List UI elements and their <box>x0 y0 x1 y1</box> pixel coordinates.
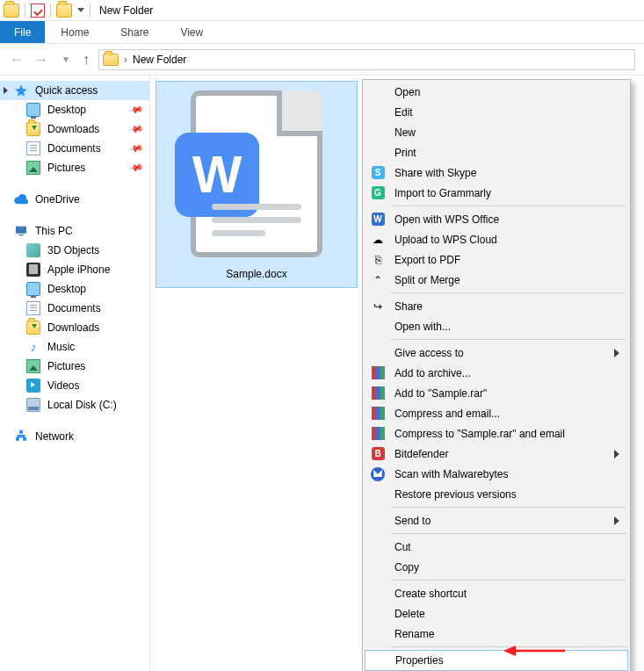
sidebar-3d-objects[interactable]: 3D Objects <box>0 241 149 260</box>
phone-icon <box>26 263 40 277</box>
bitdefender-icon: B <box>370 446 386 462</box>
tab-view[interactable]: View <box>164 21 219 43</box>
network-icon <box>14 429 28 444</box>
documents-icon <box>26 141 40 155</box>
ctx-delete[interactable]: Delete <box>365 603 628 624</box>
sidebar-iphone[interactable]: Apple iPhone <box>0 260 149 279</box>
submenu-arrow-icon <box>614 450 619 458</box>
submenu-arrow-icon <box>614 516 619 525</box>
ctx-export-pdf[interactable]: ⎘Export to PDF <box>365 249 628 270</box>
ctx-properties[interactable]: Properties <box>365 650 628 671</box>
chevron-right-icon[interactable]: › <box>124 54 127 66</box>
ctx-bitdefender[interactable]: BBitdefender <box>365 444 628 464</box>
pin-icon: 📌 <box>128 141 145 157</box>
ctx-create-shortcut[interactable]: Create shortcut <box>365 583 628 603</box>
tab-home[interactable]: Home <box>45 21 105 43</box>
sidebar-label: Downloads <box>47 123 99 135</box>
sidebar-label: Pictures <box>47 360 85 372</box>
sidebar-this-pc[interactable]: This PC <box>0 221 149 241</box>
sidebar-label: Desktop <box>47 283 86 295</box>
breadcrumb-location[interactable]: New Folder <box>133 54 186 66</box>
tab-share[interactable]: Share <box>105 21 164 43</box>
pc-icon <box>14 224 28 238</box>
sidebar-local-disk[interactable]: Local Disk (C:) <box>0 395 149 415</box>
title-bar: New Folder <box>0 0 644 21</box>
sidebar-onedrive[interactable]: OneDrive <box>0 190 149 209</box>
split-icon: ⌃ <box>370 272 386 288</box>
pin-icon: 📌 <box>128 102 145 119</box>
desktop-icon <box>26 282 40 296</box>
ctx-add-sample-rar[interactable]: Add to "Sample.rar" <box>365 383 628 403</box>
skype-icon: S <box>370 165 386 181</box>
sidebar-label: Documents <box>47 142 101 155</box>
grammarly-icon: G <box>370 185 386 201</box>
ctx-compress-sample-email[interactable]: Compress to "Sample.rar" and email <box>365 423 628 444</box>
sidebar-label: Videos <box>47 379 79 392</box>
documents-icon <box>26 301 40 315</box>
ctx-copy[interactable]: Copy <box>365 557 628 577</box>
music-icon: ♪ <box>26 340 40 354</box>
ctx-split-merge[interactable]: ⌃Split or Merge <box>365 270 628 290</box>
wps-icon: W <box>370 212 386 227</box>
address-bar[interactable]: › New Folder <box>98 49 635 70</box>
sidebar-label: Network <box>35 430 74 443</box>
ribbon: File Home Share View <box>0 21 644 44</box>
sidebar-label: Music <box>47 341 75 353</box>
pdf-icon: ⎘ <box>370 252 386 268</box>
sidebar-pictures[interactable]: Pictures 📌 <box>0 158 149 177</box>
back-button[interactable]: ← <box>9 52 25 68</box>
ctx-cut[interactable]: Cut <box>365 537 628 557</box>
ctx-wps-upload[interactable]: ☁Upload to WPS Cloud <box>365 229 628 249</box>
sidebar-label: Local Disk (C:) <box>47 399 117 411</box>
sidebar-label: OneDrive <box>35 193 80 206</box>
sidebar-network[interactable]: Network <box>0 427 149 446</box>
qat-properties-icon[interactable] <box>31 4 45 18</box>
ctx-compress-email[interactable]: Compress and email... <box>365 403 628 423</box>
forward-button[interactable]: → <box>33 52 49 68</box>
ctx-open[interactable]: Open <box>365 82 628 102</box>
qat-dropdown-icon[interactable] <box>77 8 84 12</box>
ctx-new[interactable]: New <box>365 122 628 142</box>
sidebar-documents-pc[interactable]: Documents <box>0 299 149 318</box>
sidebar-videos[interactable]: Videos <box>0 376 149 395</box>
pin-icon: 📌 <box>128 121 145 138</box>
navigation-bar: ← → ▼ ↑ › New Folder <box>0 44 644 76</box>
sidebar-desktop-pc[interactable]: Desktop <box>0 279 149 299</box>
folder-icon <box>4 4 19 18</box>
ctx-grammarly[interactable]: GImport to Grammarly <box>365 183 628 203</box>
videos-icon <box>26 379 40 393</box>
pictures-icon <box>26 359 40 373</box>
ctx-malwarebytes[interactable]: Scan with Malwarebytes <box>365 464 628 484</box>
sidebar-label: Desktop <box>47 104 86 116</box>
ctx-share[interactable]: ↪Share <box>365 296 628 316</box>
desktop-icon <box>26 103 40 117</box>
downloads-icon <box>26 321 40 335</box>
sidebar-label: Quick access <box>35 84 98 97</box>
disk-icon <box>26 398 40 412</box>
ctx-wps-open[interactable]: WOpen with WPS Office <box>365 209 628 229</box>
ctx-add-archive[interactable]: Add to archive... <box>365 363 628 383</box>
sidebar-label: Downloads <box>47 321 99 334</box>
file-item-sample[interactable]: W Sample.docx <box>156 81 358 288</box>
ctx-give-access[interactable]: Give access to <box>365 343 628 363</box>
ctx-skype[interactable]: SShare with Skype <box>365 162 628 183</box>
sidebar-pictures-pc[interactable]: Pictures <box>0 357 149 376</box>
sidebar-music[interactable]: ♪ Music <box>0 337 149 357</box>
sidebar-downloads[interactable]: Downloads 📌 <box>0 119 149 139</box>
sidebar-desktop[interactable]: Desktop 📌 <box>0 100 149 119</box>
up-button[interactable]: ↑ <box>83 52 90 68</box>
sidebar-label: This PC <box>35 225 73 237</box>
sidebar-downloads-pc[interactable]: Downloads <box>0 318 149 337</box>
tab-file[interactable]: File <box>0 21 45 43</box>
ctx-print[interactable]: Print <box>365 142 628 162</box>
recent-dropdown-icon[interactable]: ▼ <box>58 54 74 64</box>
archive-icon <box>370 386 386 401</box>
sidebar-quick-access[interactable]: Quick access <box>0 81 149 100</box>
ctx-rename[interactable]: Rename <box>365 624 628 644</box>
sidebar-documents[interactable]: Documents 📌 <box>0 139 149 158</box>
ctx-open-with[interactable]: Open with... <box>365 316 628 336</box>
ctx-send-to[interactable]: Send to <box>365 510 628 530</box>
ctx-edit[interactable]: Edit <box>365 102 628 122</box>
ctx-restore[interactable]: Restore previous versions <box>365 484 628 504</box>
malwarebytes-icon <box>370 466 386 482</box>
